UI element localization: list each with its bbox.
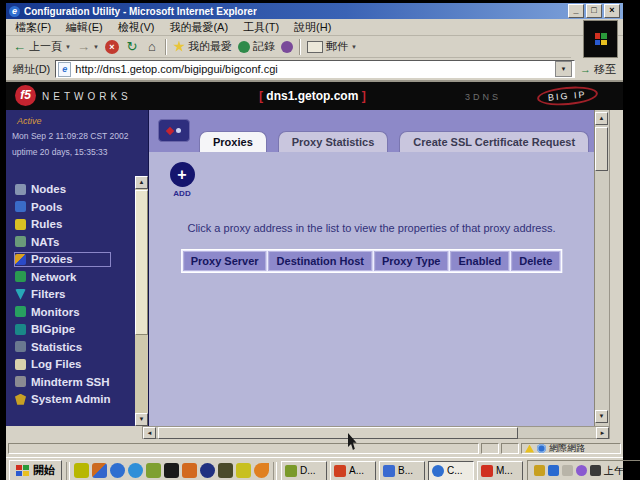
sidebar-item-bigpipe[interactable]: BIGpipe (15, 323, 110, 336)
window-edge (609, 110, 623, 426)
quicklaunch-icon[interactable] (254, 463, 269, 478)
sidebar-item-pools[interactable]: Pools (15, 201, 110, 214)
system-uptime: uptime 20 days, 15:35:33 (12, 147, 107, 157)
menu-bar: 檔案(F) 編輯(E) 檢視(V) 我的最愛(A) 工具(T) 說明(H) (6, 19, 623, 36)
log-files-icon (15, 359, 26, 370)
task-button[interactable]: M... (477, 461, 523, 480)
task-button[interactable]: D... (281, 461, 327, 480)
add-proxy-button[interactable]: + ADD (167, 162, 197, 198)
menu-view[interactable]: 檢視(V) (118, 20, 155, 35)
mindterm-ssh-icon (15, 376, 26, 387)
sidebar-scrollbar-thumb[interactable] (135, 190, 148, 335)
quicklaunch-icon[interactable] (110, 463, 125, 478)
quicklaunch-icon[interactable] (218, 463, 233, 478)
task-button-active[interactable]: C... (428, 461, 474, 480)
f5-networks-wordmark: NETWORKS (42, 91, 132, 102)
scroll-up-icon[interactable]: ▲ (135, 176, 148, 189)
sidebar-item-mindterm-ssh[interactable]: Mindterm SSH (15, 376, 110, 389)
start-button[interactable]: 開始 (9, 460, 62, 480)
scroll-down-icon[interactable]: ▼ (595, 410, 608, 423)
toolbar-separator (299, 39, 301, 55)
tray-icon[interactable] (576, 465, 587, 476)
menu-file[interactable]: 檔案(F) (15, 20, 51, 35)
quicklaunch-icon[interactable] (128, 463, 143, 478)
favorites-label: 我的最愛 (188, 39, 232, 54)
system-tray: 上午 11:00 (527, 460, 640, 480)
back-dropdown-icon[interactable]: ▼ (65, 44, 71, 50)
history-button[interactable]: 記錄 (238, 39, 275, 54)
maximize-button[interactable]: □ (586, 4, 602, 18)
scroll-up-icon[interactable]: ▲ (595, 112, 608, 125)
go-button[interactable]: → 移至 (580, 62, 616, 77)
sidebar-item-network[interactable]: Network (15, 271, 110, 284)
sidebar-item-label: Network (31, 271, 76, 283)
sidebar-nav: Nodes Pools Rules NATs Proxies Network F… (15, 183, 110, 406)
tray-icon[interactable] (548, 465, 559, 476)
sidebar-item-system-admin[interactable]: System Admin (15, 393, 110, 406)
content-horizontal-scrollbar[interactable]: ◄ ► (142, 426, 610, 439)
menu-help[interactable]: 說明(H) (294, 20, 331, 35)
address-input[interactable]: e http://dns1.getop.com/bigipgui/bigconf… (55, 60, 575, 78)
media-button[interactable] (281, 41, 293, 53)
vertical-scrollbar-thumb[interactable] (595, 127, 608, 171)
content-vertical-scrollbar[interactable]: ▲ ▼ (594, 110, 609, 426)
sidebar-item-log-files[interactable]: Log Files (15, 358, 110, 371)
bracket-left: [ (259, 89, 263, 103)
quicklaunch-icon[interactable] (182, 463, 197, 478)
menu-favorites[interactable]: 我的最愛(A) (169, 20, 228, 35)
menu-tools[interactable]: 工具(T) (243, 20, 279, 35)
column-header-proxy-server: Proxy Server (183, 251, 267, 271)
sidebar-item-statistics[interactable]: Statistics (15, 341, 110, 354)
tab-proxy-statistics[interactable]: Proxy Statistics (278, 131, 389, 152)
forward-dropdown-icon[interactable]: ▼ (93, 44, 99, 50)
scroll-down-icon[interactable]: ▼ (135, 413, 148, 426)
go-label: 移至 (594, 62, 616, 77)
refresh-button[interactable]: ↻ (125, 40, 139, 54)
tab-create-ssl-certificate-request[interactable]: Create SSL Certificate Request (399, 131, 589, 152)
sidebar-item-rules[interactable]: Rules (15, 218, 110, 231)
back-button[interactable]: ← 上一頁 ▼ (13, 39, 71, 54)
address-url[interactable]: http://dns1.getop.com/bigipgui/bigconf.c… (75, 63, 551, 75)
quicklaunch-icon[interactable] (74, 463, 89, 478)
forward-button[interactable]: → ▼ (77, 39, 99, 54)
tab-proxies[interactable]: Proxies (199, 131, 267, 152)
quicklaunch-icon[interactable] (92, 463, 107, 478)
security-zone-pane: 網際網路 (521, 443, 621, 454)
favorites-button[interactable]: 我的最愛 (173, 39, 232, 54)
task-button[interactable]: B... (379, 461, 425, 480)
sidebar-item-nodes[interactable]: Nodes (15, 183, 110, 196)
mail-dropdown-icon[interactable]: ▼ (351, 44, 357, 50)
clock[interactable]: 上午 11:00 (604, 464, 640, 478)
minimize-button[interactable]: _ (568, 4, 584, 18)
sidebar-item-nats[interactable]: NATs (15, 236, 110, 249)
address-dropdown-icon[interactable]: ▼ (555, 61, 572, 77)
sidebar-scrollbar[interactable]: ▲ ▼ (135, 176, 148, 426)
tray-icon[interactable] (562, 465, 573, 476)
mail-button[interactable]: 郵件 ▼ (307, 39, 357, 54)
sidebar-item-proxies[interactable]: Proxies (15, 253, 110, 266)
network-map-button[interactable] (158, 119, 190, 142)
ie-throbber-logo (583, 20, 618, 58)
scroll-right-icon[interactable]: ► (596, 427, 609, 439)
quicklaunch-icon[interactable] (236, 463, 251, 478)
menu-edit[interactable]: 編輯(E) (66, 20, 103, 35)
tab-bar: Proxies Proxy Statistics Create SSL Cert… (149, 110, 594, 152)
quicklaunch-icon[interactable] (146, 463, 161, 478)
task-button[interactable]: A... (330, 461, 376, 480)
close-button[interactable]: × (604, 4, 620, 18)
home-button[interactable]: ⌂ (145, 40, 159, 54)
network-icon (15, 271, 26, 282)
bracket-right: ] (362, 89, 366, 103)
sidebar-item-monitors[interactable]: Monitors (15, 306, 110, 319)
window-titlebar: e Configuration Utility - Microsoft Inte… (6, 3, 623, 19)
scroll-left-icon[interactable]: ◄ (143, 427, 156, 439)
tray-icon[interactable] (534, 465, 545, 476)
sidebar-item-filters[interactable]: Filters (15, 288, 110, 301)
history-icon (238, 41, 250, 53)
quicklaunch-icon[interactable] (200, 463, 215, 478)
stop-button[interactable]: × (105, 40, 119, 54)
rules-icon (15, 219, 26, 230)
tray-icon[interactable] (590, 465, 601, 476)
quicklaunch-icon[interactable] (164, 463, 179, 478)
horizontal-scrollbar-thumb[interactable] (158, 427, 518, 439)
